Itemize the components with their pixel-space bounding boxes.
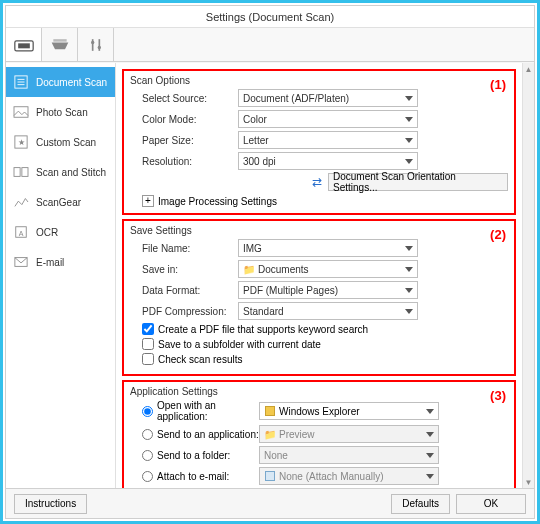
sidebar-item-label: E-mail bbox=[36, 257, 64, 268]
sidebar-item-custom-scan[interactable]: ★ Custom Scan bbox=[6, 127, 115, 157]
label-resolution: Resolution: bbox=[130, 156, 238, 167]
sidebar-item-label: Document Scan bbox=[36, 77, 107, 88]
radio-send-folder[interactable] bbox=[142, 450, 153, 461]
sidebar-item-label: OCR bbox=[36, 227, 58, 238]
sidebar-item-label: Photo Scan bbox=[36, 107, 88, 118]
sidebar-item-scan-and-stitch[interactable]: Scan and Stitch bbox=[6, 157, 115, 187]
label-open-with: Open with an application: bbox=[157, 400, 259, 422]
sidebar: Document Scan Photo Scan ★ Custom Scan S… bbox=[6, 63, 116, 488]
toolbar-tab-scan[interactable] bbox=[6, 28, 42, 61]
dropdown-send-folder[interactable]: None bbox=[259, 446, 439, 464]
defaults-button[interactable]: Defaults bbox=[391, 494, 450, 514]
dropdown-attach-email[interactable]: None (Attach Manually) bbox=[259, 467, 439, 485]
instructions-button[interactable]: Instructions bbox=[14, 494, 87, 514]
svg-text:★: ★ bbox=[18, 138, 25, 147]
svg-text:A: A bbox=[19, 230, 24, 237]
dropdown-send-app[interactable]: 📁Preview bbox=[259, 425, 439, 443]
app-icon bbox=[264, 405, 276, 417]
radio-attach-email[interactable] bbox=[142, 471, 153, 482]
label-select-source: Select Source: bbox=[130, 93, 238, 104]
toolbar-tab-tools[interactable] bbox=[78, 28, 114, 61]
svg-rect-14 bbox=[14, 168, 20, 177]
section-title: Save Settings bbox=[130, 225, 508, 236]
radio-send-app[interactable] bbox=[142, 429, 153, 440]
section-number-2: (2) bbox=[490, 227, 506, 242]
dropdown-select-source[interactable]: Document (ADF/Platen) bbox=[238, 89, 418, 107]
sidebar-item-label: Custom Scan bbox=[36, 137, 96, 148]
mail-icon bbox=[264, 470, 276, 482]
dropdown-color-mode[interactable]: Color bbox=[238, 110, 418, 128]
section-number-3: (3) bbox=[490, 388, 506, 403]
svg-point-6 bbox=[97, 45, 100, 48]
checkbox-subfolder[interactable]: Save to a subfolder with current date bbox=[142, 338, 508, 350]
sidebar-item-scangear[interactable]: ScanGear bbox=[6, 187, 115, 217]
orientation-settings-button[interactable]: Document Scan Orientation Settings... bbox=[328, 173, 508, 191]
dropdown-save-in[interactable]: 📁Documents bbox=[238, 260, 418, 278]
svg-rect-11 bbox=[14, 107, 28, 118]
dropdown-paper-size[interactable]: Letter bbox=[238, 131, 418, 149]
section-number-1: (1) bbox=[490, 77, 506, 92]
svg-rect-15 bbox=[22, 168, 28, 177]
plus-icon: + bbox=[142, 195, 154, 207]
dropdown-resolution[interactable]: 300 dpi bbox=[238, 152, 418, 170]
titlebar: Settings (Document Scan) bbox=[6, 6, 534, 28]
label-save-in: Save in: bbox=[130, 264, 238, 275]
section-application-settings: (3) Application Settings Open with an ap… bbox=[122, 380, 516, 488]
scroll-down-icon[interactable]: ▼ bbox=[523, 476, 534, 488]
label-send-folder: Send to a folder: bbox=[157, 450, 259, 461]
svg-point-4 bbox=[91, 40, 94, 43]
label-pdf-compression: PDF Compression: bbox=[130, 306, 238, 317]
sidebar-item-label: ScanGear bbox=[36, 197, 81, 208]
dropdown-data-format[interactable]: PDF (Multiple Pages) bbox=[238, 281, 418, 299]
vertical-scrollbar[interactable]: ▲ ▼ bbox=[522, 63, 534, 488]
svg-rect-1 bbox=[18, 43, 30, 48]
folder-icon: 📁 bbox=[243, 263, 255, 275]
checkbox-input[interactable] bbox=[142, 323, 154, 335]
folder-icon: 📁 bbox=[264, 428, 276, 440]
section-title: Application Settings bbox=[130, 386, 508, 397]
svg-rect-2 bbox=[53, 39, 66, 42]
sidebar-item-label: Scan and Stitch bbox=[36, 167, 106, 178]
label-send-app: Send to an application: bbox=[157, 429, 259, 440]
dropdown-open-with[interactable]: Windows Explorer bbox=[259, 402, 439, 420]
footer: Instructions Defaults OK bbox=[6, 488, 534, 518]
label-paper-size: Paper Size: bbox=[130, 135, 238, 146]
sidebar-item-ocr[interactable]: A OCR bbox=[6, 217, 115, 247]
section-scan-options: (1) Scan Options Select Source: Document… bbox=[122, 69, 516, 215]
checkbox-input[interactable] bbox=[142, 353, 154, 365]
dropdown-pdf-compression[interactable]: Standard bbox=[238, 302, 418, 320]
checkbox-input[interactable] bbox=[142, 338, 154, 350]
dropdown-file-name[interactable]: IMG bbox=[238, 239, 418, 257]
checkbox-check-results[interactable]: Check scan results bbox=[142, 353, 508, 365]
radio-open-with[interactable] bbox=[142, 406, 153, 417]
toolbar-tab-feeder[interactable] bbox=[42, 28, 78, 61]
sidebar-item-photo-scan[interactable]: Photo Scan bbox=[6, 97, 115, 127]
section-save-settings: (2) Save Settings File Name: IMG Save in… bbox=[122, 219, 516, 376]
section-title: Scan Options bbox=[130, 75, 508, 86]
sidebar-item-document-scan[interactable]: Document Scan bbox=[6, 67, 115, 97]
scroll-up-icon[interactable]: ▲ bbox=[523, 63, 534, 75]
toolbar bbox=[6, 28, 534, 62]
sidebar-item-email[interactable]: E-mail bbox=[6, 247, 115, 277]
label-data-format: Data Format: bbox=[130, 285, 238, 296]
label-file-name: File Name: bbox=[130, 243, 238, 254]
checkbox-pdf-keyword[interactable]: Create a PDF file that supports keyword … bbox=[142, 323, 508, 335]
image-processing-expander[interactable]: + Image Processing Settings bbox=[142, 195, 508, 207]
label-color-mode: Color Mode: bbox=[130, 114, 238, 125]
swap-icon[interactable]: ⇄ bbox=[312, 175, 322, 189]
label-attach-email: Attach to e-mail: bbox=[157, 471, 259, 482]
ok-button[interactable]: OK bbox=[456, 494, 526, 514]
